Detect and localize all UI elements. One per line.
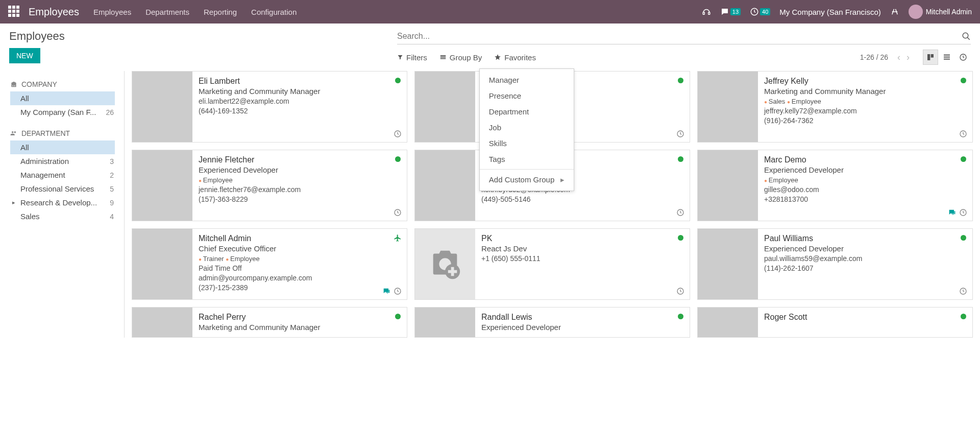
view-kanban-icon[interactable] bbox=[923, 50, 938, 65]
employee-line: +1 (650) 555-0111 bbox=[481, 254, 683, 263]
sidebar-company-item[interactable]: My Company (San F...26 bbox=[0, 105, 124, 119]
employee-photo bbox=[698, 229, 758, 299]
employee-card[interactable]: Jennie FletcherExperienced DeveloperEmpl… bbox=[132, 150, 407, 221]
employee-card[interactable]: Rachel PerryMarketing and Community Mana… bbox=[132, 307, 407, 338]
svg-rect-5 bbox=[931, 54, 934, 58]
sidebar-dept-item[interactable]: Administration3 bbox=[0, 154, 124, 168]
tag: Employee bbox=[199, 176, 233, 184]
sidebar-dept-count: 3 bbox=[110, 157, 114, 166]
presence-dot-icon bbox=[961, 235, 966, 241]
groupby-job[interactable]: Job bbox=[480, 120, 574, 135]
groupby-custom[interactable]: Add Custom Group bbox=[480, 172, 574, 187]
app-brand[interactable]: Employees bbox=[29, 6, 79, 18]
employee-name: Jeffrey Kelly bbox=[764, 77, 966, 86]
employee-line: (114)-262-1607 bbox=[764, 264, 966, 272]
pager-prev-icon[interactable]: ‹ bbox=[895, 52, 902, 63]
employee-photo bbox=[415, 150, 475, 221]
menu-departments[interactable]: Departments bbox=[145, 8, 189, 16]
groupby-presence[interactable]: Presence bbox=[480, 88, 574, 104]
employee-title: Chief Executive Officer bbox=[199, 244, 401, 253]
sidebar-company-item[interactable]: All bbox=[10, 91, 115, 105]
employee-card[interactable]: Mitchell AdminChief Executive OfficerTra… bbox=[132, 228, 407, 300]
employee-tags: Sales Employee bbox=[764, 98, 966, 105]
groupby-department[interactable]: Department bbox=[480, 104, 574, 120]
clock-icon[interactable] bbox=[676, 208, 684, 217]
menu-reporting[interactable]: Reporting bbox=[204, 8, 237, 16]
favorites-button[interactable]: Favorites bbox=[494, 53, 536, 62]
employee-name: Marc Demo bbox=[764, 155, 966, 164]
employee-card[interactable]: Randall LewisExperienced Developer bbox=[414, 307, 690, 338]
employee-photo bbox=[415, 229, 475, 299]
activities-icon[interactable]: 40 bbox=[750, 7, 770, 16]
employee-title: Experienced Developer bbox=[481, 323, 683, 332]
employee-line: Paid Time Off bbox=[199, 264, 401, 272]
search-input[interactable] bbox=[397, 32, 962, 41]
tag: Sales bbox=[764, 98, 787, 105]
employee-card[interactable]: Jeffrey KellyMarketing and Community Man… bbox=[697, 71, 973, 143]
employee-name: Randall Lewis bbox=[481, 313, 683, 322]
employee-card[interactable]: Roger Scott bbox=[697, 307, 973, 338]
employee-title: Marketing and Community Manager bbox=[199, 87, 401, 96]
clock-icon[interactable] bbox=[394, 130, 402, 138]
employee-card[interactable]: Eli LambertMarketing and Community Manag… bbox=[132, 71, 407, 143]
tag: Employee bbox=[226, 255, 260, 263]
tag: Trainer bbox=[199, 255, 226, 263]
search-icon[interactable] bbox=[962, 32, 971, 41]
sidebar-dept-item[interactable]: Sales4 bbox=[0, 209, 124, 223]
sidebar-dept-item[interactable]: Professional Services5 bbox=[0, 182, 124, 196]
clock-icon[interactable] bbox=[959, 287, 967, 295]
employee-body: Jennie FletcherExperienced DeveloperEmpl… bbox=[192, 150, 407, 221]
new-button[interactable]: NEW bbox=[9, 48, 40, 63]
sidebar-dept-item[interactable]: All bbox=[10, 140, 115, 154]
filters-button[interactable]: Filters bbox=[397, 53, 427, 62]
clock-icon[interactable] bbox=[959, 130, 967, 138]
employee-line: eli.lambert22@example.com bbox=[199, 97, 401, 105]
employee-body: Eli LambertMarketing and Community Manag… bbox=[192, 72, 407, 142]
view-activity-icon[interactable] bbox=[955, 50, 971, 65]
menu-employees[interactable]: Employees bbox=[93, 8, 131, 16]
employee-line: (644)-169-1352 bbox=[199, 107, 401, 115]
svg-rect-7 bbox=[944, 57, 950, 58]
svg-rect-1 bbox=[708, 12, 710, 15]
employee-photo bbox=[132, 72, 192, 142]
debug-icon[interactable] bbox=[890, 7, 899, 16]
employee-card[interactable]: Paul WilliamsExperienced Developerpaul.w… bbox=[697, 228, 973, 300]
employee-tags: Trainer Employee bbox=[199, 255, 401, 263]
pager-text[interactable]: 1-26 / 26 bbox=[860, 53, 888, 61]
employee-body: Paul WilliamsExperienced Developerpaul.w… bbox=[758, 229, 972, 299]
groupby-manager[interactable]: Manager bbox=[480, 72, 574, 88]
employee-line: (449)-505-5146 bbox=[481, 195, 683, 203]
clock-icon[interactable] bbox=[676, 130, 684, 138]
clock-icon[interactable] bbox=[394, 208, 402, 217]
sidebar-dept-item[interactable]: Management2 bbox=[0, 168, 124, 182]
groupby-skills[interactable]: Skills bbox=[480, 135, 574, 151]
view-list-icon[interactable] bbox=[939, 50, 954, 65]
employee-title: Marketing and Community Manager bbox=[199, 323, 401, 332]
employee-card[interactable]: PKReact Js Dev+1 (650) 555-0111 bbox=[414, 228, 690, 300]
employee-title: Marketing and Community Manager bbox=[764, 87, 966, 96]
clock-icon[interactable] bbox=[394, 287, 402, 295]
clock-icon[interactable] bbox=[959, 208, 967, 217]
chat-icon[interactable] bbox=[948, 208, 956, 217]
employee-card[interactable]: Marc DemoExperienced DeveloperEmployee g… bbox=[697, 150, 973, 221]
sidebar-dept-item[interactable]: Research & Develop...9 bbox=[0, 196, 124, 209]
messages-icon[interactable]: 13 bbox=[720, 7, 741, 16]
support-icon[interactable] bbox=[702, 7, 711, 16]
employee-name: Eli Lambert bbox=[199, 77, 401, 86]
sidebar-dept-count: 4 bbox=[110, 212, 114, 221]
groupby-button[interactable]: Group By Manager Presence Department Job… bbox=[439, 53, 482, 62]
groupby-tags[interactable]: Tags bbox=[480, 151, 574, 167]
presence-dot-icon bbox=[961, 78, 966, 83]
chat-icon[interactable] bbox=[382, 287, 390, 295]
company-selector[interactable]: My Company (San Francisco) bbox=[779, 8, 880, 16]
sidebar-dept-label: Research & Develop... bbox=[20, 198, 97, 207]
menu-configuration[interactable]: Configuration bbox=[251, 8, 297, 16]
pager-next-icon[interactable]: › bbox=[904, 52, 912, 63]
sidebar-dept-label: Professional Services bbox=[20, 184, 94, 193]
clock-icon[interactable] bbox=[676, 287, 684, 295]
user-menu[interactable]: Mitchell Admin bbox=[909, 5, 972, 19]
airplane-icon bbox=[394, 234, 402, 242]
apps-grid-icon[interactable] bbox=[8, 6, 20, 18]
presence-dot-icon bbox=[395, 314, 401, 319]
employee-line: gilles@odoo.com bbox=[764, 185, 966, 194]
